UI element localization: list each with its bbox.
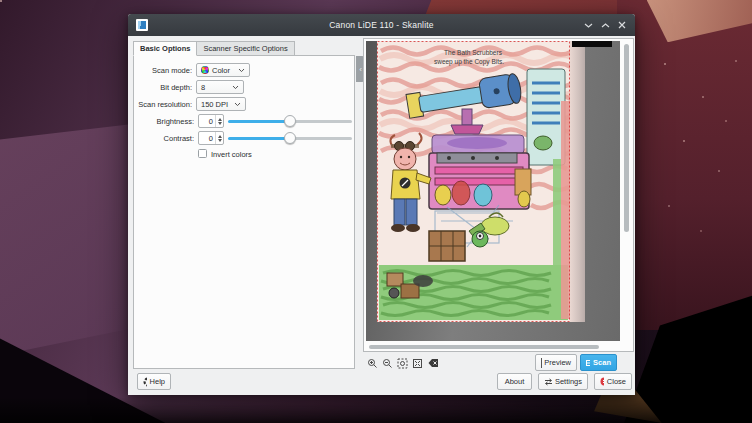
close-button-label: Close xyxy=(607,377,626,386)
zoom-fit-icon[interactable] xyxy=(411,357,423,369)
brightness-label: Brightness: xyxy=(136,117,194,126)
scan-resolution-label: Scan resolution: xyxy=(134,100,192,109)
desktop: Canon LiDE 110 - Skanlite Basic Options … xyxy=(0,0,752,423)
preview-button-label: Preview xyxy=(544,358,571,367)
brightness-slider[interactable] xyxy=(228,114,352,128)
tab-basic-options-label: Basic Options xyxy=(140,44,190,53)
chevron-down-icon xyxy=(232,85,239,90)
zoom-selection-icon[interactable] xyxy=(396,357,408,369)
minimize-icon[interactable] xyxy=(581,18,595,32)
zoom-in-icon[interactable] xyxy=(366,357,378,369)
bit-depth-label: Bit depth: xyxy=(134,83,192,92)
scanner-icon xyxy=(586,359,590,367)
preview-vertical-scrollbar[interactable] xyxy=(621,41,631,341)
options-tabbar: Basic Options Scanner Specific Options xyxy=(133,41,295,56)
configure-arrows-icon xyxy=(544,378,552,386)
help-button[interactable]: Help xyxy=(137,373,171,390)
scan-mode-label: Scan mode: xyxy=(134,66,192,75)
scan-button[interactable]: Scan xyxy=(580,354,617,371)
scan-resolution-value: 150 DPI xyxy=(201,100,231,109)
scan-button-label: Scan xyxy=(593,358,611,367)
contrast-slider-handle[interactable] xyxy=(284,132,296,144)
settings-button-label: Settings xyxy=(555,377,582,386)
scanned-image: The Bath Scrubbers sweep up the Copy Bit… xyxy=(377,41,570,322)
scanned-page-edge xyxy=(570,41,585,322)
contrast-value: 0 xyxy=(199,134,215,143)
about-button-label: About xyxy=(505,377,525,386)
wallpaper-maroon-shape xyxy=(617,0,752,330)
spin-arrows-icon[interactable] xyxy=(215,115,223,127)
tab-scanner-specific-label: Scanner Specific Options xyxy=(203,44,287,53)
brightness-slider-handle[interactable] xyxy=(284,115,296,127)
preview-horizontal-scrollbar[interactable] xyxy=(366,343,620,350)
basic-options-pane: Scan mode: Color Bit depth: 8 Scan resol… xyxy=(133,55,355,369)
bit-depth-value: 8 xyxy=(201,83,229,92)
about-button[interactable]: About xyxy=(497,373,532,390)
tab-basic-options[interactable]: Basic Options xyxy=(133,41,197,56)
maximize-icon[interactable] xyxy=(598,18,612,32)
bit-depth-combobox[interactable]: 8 xyxy=(196,80,244,94)
settings-button[interactable]: Settings xyxy=(538,373,588,390)
color-wheel-icon xyxy=(201,66,209,74)
contrast-label: Contrast: xyxy=(136,134,194,143)
clear-selections-icon[interactable] xyxy=(427,357,439,369)
scan-caption-line1: The Bath Scrubbers xyxy=(444,49,503,56)
wallpaper-stars xyxy=(0,0,2,2)
contrast-slider[interactable] xyxy=(228,131,352,145)
tab-scanner-specific-options[interactable]: Scanner Specific Options xyxy=(197,41,294,56)
chevron-down-icon xyxy=(234,102,241,107)
chevron-down-icon xyxy=(238,68,245,73)
invert-colors-label: Invert colors xyxy=(211,150,252,159)
titlebar[interactable]: Canon LiDE 110 - Skanlite xyxy=(128,14,635,36)
spin-arrows-icon[interactable] xyxy=(215,132,223,144)
invert-colors-checkbox[interactable] xyxy=(198,149,207,158)
vertical-scrollbar-handle[interactable] xyxy=(624,44,629,232)
preview-button[interactable]: Preview xyxy=(535,354,577,371)
horizontal-scrollbar-handle[interactable] xyxy=(369,345,599,349)
close-icon[interactable] xyxy=(615,18,629,32)
scan-dark-edge xyxy=(572,41,612,47)
scan-mode-combobox[interactable]: Color xyxy=(196,63,250,77)
close-button[interactable]: Close xyxy=(594,373,632,390)
window-title: Canon LiDE 110 - Skanlite xyxy=(128,20,635,30)
brightness-value: 0 xyxy=(199,117,215,126)
wallpaper-bottom-shade xyxy=(0,397,752,423)
help-lifering-icon xyxy=(143,377,147,387)
scan-mode-value: Color xyxy=(212,66,235,75)
zoom-out-icon[interactable] xyxy=(381,357,393,369)
scan-caption-line2: sweep up the Copy Bits. xyxy=(434,58,504,66)
contrast-spinbox[interactable]: 0 xyxy=(198,131,224,145)
scan-resolution-combobox[interactable]: 150 DPI xyxy=(196,97,246,111)
help-button-label: Help xyxy=(150,377,165,386)
brightness-spinbox[interactable]: 0 xyxy=(198,114,224,128)
dialog-close-icon xyxy=(600,377,604,386)
